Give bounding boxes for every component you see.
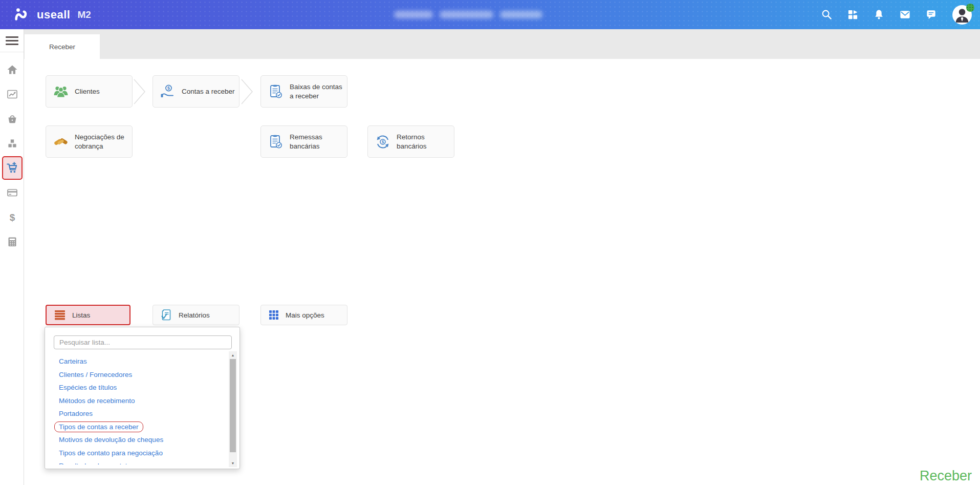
search-icon[interactable] bbox=[821, 9, 833, 20]
card-contas-a-receber[interactable]: $ Contas a receber bbox=[153, 75, 239, 108]
module-label: Receber bbox=[920, 468, 972, 484]
list-icon bbox=[53, 308, 67, 322]
user-avatar[interactable] bbox=[952, 5, 972, 25]
card-label: Negociações de cobrança bbox=[75, 133, 128, 151]
sidebar: $ bbox=[0, 29, 24, 485]
sidebar-item-products[interactable] bbox=[0, 131, 24, 156]
people-icon bbox=[53, 83, 69, 100]
svg-text:$: $ bbox=[9, 212, 15, 223]
notifications-icon[interactable] bbox=[873, 9, 885, 20]
dropdown-scrollbar[interactable]: ▲ ▼ bbox=[229, 351, 237, 467]
chat-icon[interactable] bbox=[925, 9, 937, 20]
sidebar-item-purchases[interactable] bbox=[0, 107, 24, 131]
top-bar: useall M2 bbox=[0, 0, 980, 29]
document-check-icon bbox=[268, 83, 284, 100]
card-label: Remessas bancárias bbox=[290, 133, 343, 151]
line-chart-icon bbox=[6, 88, 18, 100]
main-content: Clientes $ Contas a receber bbox=[24, 59, 980, 485]
grid-icon bbox=[268, 309, 280, 321]
report-icon bbox=[160, 308, 173, 322]
app-window: useall M2 bbox=[0, 0, 980, 485]
button-label: Relatórios bbox=[179, 311, 210, 319]
scrollbar-thumb[interactable] bbox=[230, 359, 236, 452]
dollar-icon: $ bbox=[6, 211, 18, 223]
sales-selected-highlight bbox=[2, 156, 23, 180]
card-label: Clientes bbox=[75, 87, 100, 96]
sidebar-item-home[interactable] bbox=[0, 57, 24, 82]
brand-logo[interactable]: useall M2 bbox=[13, 0, 91, 29]
tab-bar: Receber bbox=[24, 29, 980, 59]
card-label: Baixas de contas a receber bbox=[290, 82, 343, 100]
list-item-especies-de-titulos[interactable]: Espécies de títulos bbox=[45, 381, 227, 394]
card-clientes[interactable]: Clientes bbox=[46, 75, 133, 108]
calculator-icon bbox=[6, 236, 18, 248]
basket-icon bbox=[6, 113, 18, 125]
sidebar-divider bbox=[0, 52, 24, 52]
brand-product: M2 bbox=[77, 9, 91, 20]
sidebar-item-sales[interactable] bbox=[0, 156, 24, 180]
list-item-portadores[interactable]: Portadores bbox=[45, 407, 227, 420]
svg-text:$: $ bbox=[382, 139, 384, 144]
refresh-dollar-icon: $ bbox=[375, 134, 391, 150]
document-check-icon bbox=[268, 134, 284, 150]
sidebar-item-finance[interactable]: $ bbox=[0, 205, 24, 229]
sidebar-item-card-payments[interactable] bbox=[0, 180, 24, 205]
credit-card-icon bbox=[6, 186, 18, 199]
redacted-header-text bbox=[394, 11, 542, 19]
listas-dropdown: Carteiras Clientes / Fornecedores Espéci… bbox=[45, 327, 240, 469]
list-item-resultados-dos-contatos[interactable]: Resultados dos contatos bbox=[45, 459, 227, 465]
menu-toggle-button[interactable] bbox=[0, 29, 24, 52]
scroll-down-icon[interactable]: ▼ bbox=[229, 460, 237, 467]
brand-name: useall bbox=[37, 8, 70, 22]
flow-arrow-icon bbox=[133, 78, 146, 106]
list-item-tipos-de-contas-a-receber[interactable]: Tipos de contas a receber bbox=[45, 420, 227, 434]
scroll-up-icon[interactable]: ▲ bbox=[229, 352, 237, 359]
search-list-input[interactable] bbox=[54, 335, 232, 349]
sidebar-item-accounting[interactable] bbox=[0, 229, 24, 254]
list-item-tipos-contato-negociacao[interactable]: Tipos de contato para negociação bbox=[45, 447, 227, 460]
useall-logo-icon bbox=[13, 6, 31, 24]
listas-button[interactable]: Listas bbox=[46, 305, 130, 325]
dropdown-list: Carteiras Clientes / Fornecedores Espéci… bbox=[45, 355, 227, 465]
tab-label: Receber bbox=[49, 43, 75, 51]
button-label: Mais opções bbox=[286, 311, 324, 319]
svg-text:$: $ bbox=[167, 86, 170, 91]
topbar-actions bbox=[821, 0, 972, 29]
card-retornos-bancarios[interactable]: $ Retornos bancários bbox=[367, 125, 454, 158]
list-item-metodos-de-recebimento[interactable]: Métodos de recebimento bbox=[45, 394, 227, 408]
list-item-carteiras[interactable]: Carteiras bbox=[45, 355, 227, 368]
card-negociacoes-cobranca[interactable]: Negociações de cobrança bbox=[46, 125, 133, 158]
card-label: Contas a receber bbox=[182, 87, 235, 96]
cart-plus-icon bbox=[6, 161, 19, 175]
flow-arrow-icon bbox=[241, 78, 254, 106]
mais-opcoes-button[interactable]: Mais opções bbox=[260, 305, 347, 325]
handshake-icon bbox=[53, 134, 69, 150]
button-label: Listas bbox=[72, 311, 90, 319]
online-status-badge bbox=[966, 4, 974, 12]
card-label: Retornos bancários bbox=[397, 133, 450, 151]
apps-icon[interactable] bbox=[847, 9, 859, 20]
tab-receber[interactable]: Receber bbox=[25, 34, 100, 59]
relatorios-button[interactable]: Relatórios bbox=[153, 305, 239, 325]
cubes-icon bbox=[6, 137, 18, 150]
hand-coin-icon: $ bbox=[160, 83, 176, 100]
card-baixas-contas-receber[interactable]: Baixas de contas a receber bbox=[260, 75, 347, 108]
list-item-clientes-fornecedores[interactable]: Clientes / Fornecedores bbox=[45, 368, 227, 382]
home-icon bbox=[6, 64, 18, 76]
sidebar-item-charts[interactable] bbox=[0, 82, 24, 107]
mail-icon[interactable] bbox=[899, 9, 911, 20]
card-remessas-bancarias[interactable]: Remessas bancárias bbox=[260, 125, 347, 158]
list-item-motivos-devolucao-cheques[interactable]: Motivos de devolução de cheques bbox=[45, 433, 227, 447]
